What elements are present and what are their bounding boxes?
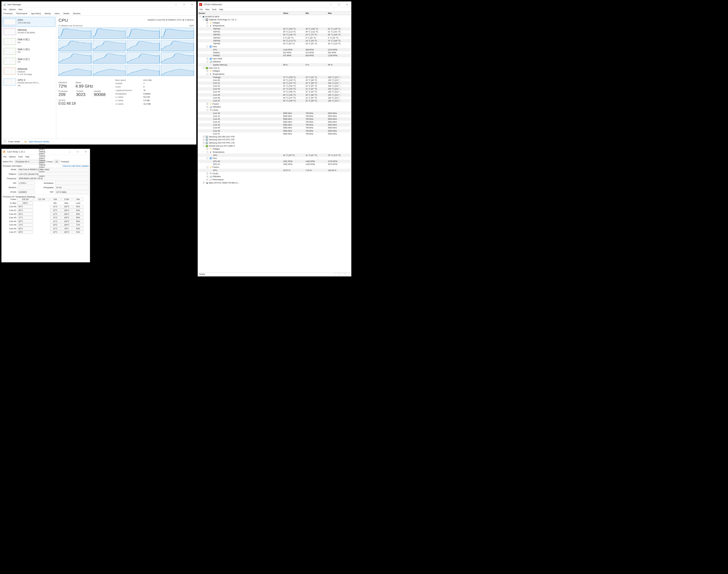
tree-row[interactable]: -🌡Temperatures [198, 24, 351, 28]
col-value[interactable]: Value [283, 12, 305, 14]
tree-row[interactable]: +📊Utilization [198, 175, 351, 178]
minimize-button[interactable]: — [65, 149, 74, 155]
expand-icon[interactable]: + [207, 172, 208, 174]
sidebar-item-cpu[interactable]: CPU72% 4.99 GHz [2, 17, 55, 27]
collapse-icon[interactable]: - [207, 46, 208, 47]
tree-row[interactable]: Core #470 °C (158 °F)31 °C (87 °F)100 °C… [198, 90, 351, 93]
expand-icon[interactable]: + [203, 136, 204, 138]
sidebar-item-gpu-0[interactable]: GPU 0NVIDIA GeForce RTX 2...2% [2, 77, 55, 88]
driver-updates-link[interactable]: Check for Intel Driver Updates [62, 165, 89, 167]
tree-row[interactable]: +💽Samsung SSD 970 EVO 2TB [198, 138, 351, 141]
expand-icon[interactable]: + [207, 176, 208, 177]
expand-icon[interactable]: + [203, 142, 204, 144]
tree-row[interactable]: +📈Performance [198, 178, 351, 181]
chevron-up-icon[interactable]: ⌃ [3, 140, 6, 143]
tree-row[interactable]: -🌡Temperatures [198, 151, 351, 154]
titlebar[interactable]: ⚡ CPUID HWMonitor — ☐ ✕ [198, 1, 351, 7]
tab-app-history[interactable]: App history [29, 11, 43, 15]
maximize-button[interactable]: ☐ [74, 149, 82, 155]
tree-row[interactable]: TMPIN260 °C (140 °F)23 °C (73 °F)90 °C (… [198, 33, 351, 37]
tree-row[interactable]: +💽Samsung SSD 970 PRO 1TB [198, 141, 351, 145]
collapse-icon[interactable]: - [207, 25, 208, 27]
tree-row[interactable]: Core #05000 MHz799 MHz5004 MHz [198, 112, 351, 115]
tree-row[interactable]: Package70 °C (158 °F)33 °C (91 °F)100 °C… [198, 76, 351, 79]
col-sensor[interactable]: Sensor [199, 12, 283, 14]
tree-row[interactable]: +⏱Clocks [198, 172, 351, 175]
titlebar[interactable]: 🔥 Core Temp 1.15.1 — ☐ ✕ [1, 149, 90, 155]
tree-row[interactable]: -📊Utilization [198, 60, 351, 64]
menu-tools[interactable]: Tools [212, 8, 217, 11]
tree-row[interactable]: FANIN2873 RPM664 RPM1188 RPM [198, 54, 351, 57]
tree-row[interactable]: +💽Samsung SSD 860 QVO 4TB [198, 135, 351, 138]
tree-row[interactable]: GPU #01501 RPM1469 RPM4725 RPM [198, 160, 351, 163]
col-min[interactable]: Min [306, 12, 328, 14]
tab-startup[interactable]: Startup [43, 11, 52, 15]
tree-row[interactable]: -🔲Gigabyte Technology Co. Ltd. Z... [198, 18, 351, 21]
menu-help[interactable]: Help [219, 8, 223, 11]
tree-row[interactable]: TMPIN30 °C (32 °F)0 °C (32 °F)0 °C (32 °… [198, 36, 351, 39]
tree-row[interactable]: Core #664 °C (147 °F)31 °C (87 °F)100 °C… [198, 96, 351, 99]
tree-row[interactable]: Core #367 °C (152 °F)31 °C (87 °F)100 °C… [198, 88, 351, 91]
tree-row[interactable]: +🔌Back-UPS RS 1500G FW:865.L6 ... [198, 181, 351, 184]
collapse-icon[interactable]: - [203, 19, 204, 20]
expand-icon[interactable]: + [207, 148, 208, 150]
tree-row[interactable]: +⚡Powers [198, 102, 351, 106]
tree-row[interactable]: TMPIN038 °C (100 °F)38 °C (100 °F)52 °C … [198, 27, 351, 31]
tree-row[interactable]: Core #566 °C (150 °F)30 °C (86 °F)100 °C… [198, 93, 351, 96]
menu-options[interactable]: Options [9, 8, 16, 11]
tree-row[interactable]: -🟩Intel Core i9 [198, 67, 351, 70]
tree-row[interactable]: +🌀Fans PWM [198, 57, 351, 60]
tree-row[interactable]: Core #25000 MHz799 MHz5004 MHz [198, 117, 351, 121]
tree-row[interactable]: -⚡Powers [198, 166, 351, 169]
tree-row[interactable]: CPU1128 RPM489 RPM1679 RPM [198, 48, 351, 51]
tree-row[interactable]: +📊Utilization [198, 105, 351, 109]
collapse-icon[interactable]: - [207, 109, 208, 111]
collapse-icon[interactable]: - [207, 61, 208, 63]
maximize-button[interactable]: ☐ [335, 1, 343, 7]
tree-row[interactable]: GPU #11502 RPM1420 RPM4579 RPM [198, 163, 351, 166]
sidebar-item-memory[interactable]: Memory63.0/63.9 GB (99%) [2, 27, 55, 37]
minimize-button[interactable]: — [172, 1, 180, 7]
menu-options[interactable]: Options [9, 156, 16, 158]
tab-details[interactable]: Details [61, 11, 71, 15]
tree-row[interactable]: -💻WUMPUS-NEW [198, 15, 351, 18]
tree-row[interactable]: -🟩NVIDIA GeForce RTX 2080 Ti [198, 145, 351, 148]
minimize-button[interactable]: — [327, 1, 335, 7]
menu-view[interactable]: View [205, 8, 210, 11]
open-resource-monitor-link[interactable]: Open Resource Monitor [29, 140, 50, 142]
tree-row[interactable]: TMPIN445 °C (113 °F)34 °C (93 °F)74 °C (… [198, 39, 351, 42]
sidebar-item-disk-1-d-[interactable]: Disk 1 (D:)0% [2, 46, 55, 56]
tree-row[interactable]: -🌀Fans [198, 45, 351, 48]
menu-view[interactable]: View [18, 8, 22, 11]
col-max[interactable]: Max [328, 12, 350, 14]
collapse-icon[interactable]: - [207, 73, 208, 75]
maximize-button[interactable]: ☐ [180, 1, 188, 7]
expand-icon[interactable]: + [203, 182, 204, 183]
sidebar-item-disk-0-e-[interactable]: Disk 0 (E:)0% [2, 37, 55, 46]
menu-file[interactable]: File [3, 8, 6, 11]
menu-file[interactable]: File [3, 156, 6, 158]
expand-icon[interactable]: + [207, 106, 208, 108]
tab-performance[interactable]: Performance [14, 12, 29, 16]
tree-row[interactable]: +⚡Voltages [198, 70, 351, 73]
expand-icon[interactable]: + [203, 139, 204, 140]
expand-icon[interactable]: + [207, 179, 208, 180]
tree-row[interactable]: Core #765 °C (149 °F)32 °C (89 °F)100 °C… [198, 99, 351, 102]
tab-services[interactable]: Services [71, 11, 82, 15]
tree-row[interactable]: Core #75000 MHz799 MHz5004 MHz [198, 132, 351, 135]
tree-row[interactable]: TMPIN534 °C (93 °F)33 °C (91 °F)48 °C (1… [198, 42, 351, 45]
tree-row[interactable]: Core #45000 MHz799 MHz5004 MHz [198, 123, 351, 126]
tab-users[interactable]: Users [53, 11, 61, 15]
expand-icon[interactable]: + [207, 70, 208, 72]
sidebar-item-disk-2-c-[interactable]: Disk 2 (C:)2% [2, 56, 55, 66]
tree-row[interactable]: -🌀Fans [198, 157, 351, 160]
expand-icon[interactable]: + [207, 22, 208, 24]
expand-icon[interactable]: + [207, 103, 208, 105]
processor-select[interactable]: Processor #0 ▾ [14, 160, 38, 163]
collapse-icon[interactable]: - [203, 145, 204, 147]
tree-row[interactable]: Core #65000 MHz799 MHz5004 MHz [198, 129, 351, 132]
expand-icon[interactable]: + [207, 58, 208, 59]
tab-processes[interactable]: Processes [1, 11, 14, 15]
collapse-icon[interactable]: - [207, 151, 208, 153]
tree-row[interactable]: System Memory98 %6 %99 % [198, 63, 351, 67]
